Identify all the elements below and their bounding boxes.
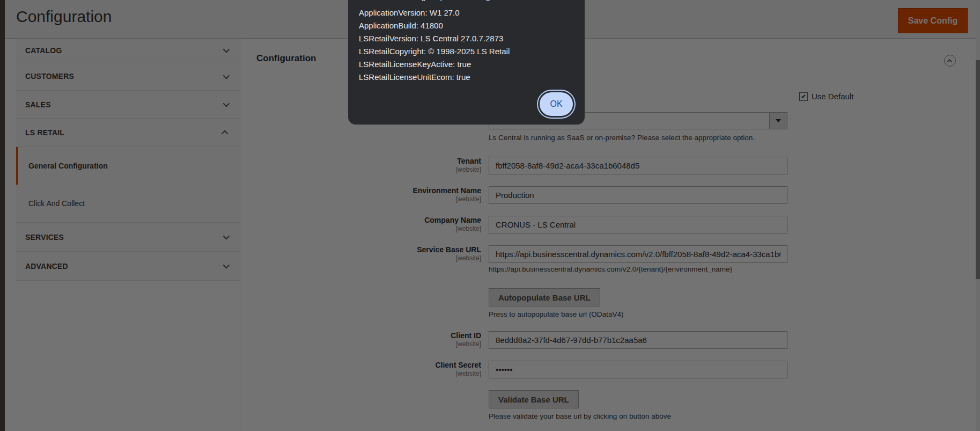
alert-message-line: LSRetailVersion: LS Central 27.0.7.2873 — [359, 33, 576, 44]
alert-message-line: LSRetailLicenseKeyActive: true — [359, 59, 576, 70]
alert-message-line: ApplicationVersion: W1 27.0 — [359, 8, 576, 18]
alert-message-line: LSRetailCopyright: © 1998-2025 LS Retail — [359, 46, 576, 57]
alert-clipped-line: Success! The PingResponseMessage — [359, 0, 576, 2]
ok-button[interactable]: OK — [540, 92, 573, 116]
alert-message-line: LSRetailLicenseUnitEcom: true — [359, 72, 576, 83]
configuration-page: Configuration Save Config CATALOG CUSTOM… — [0, 0, 980, 431]
alert-dialog: Success! The PingResponseMessage Applica… — [348, 0, 585, 125]
alert-message-line: ApplicationBuild: 41800 — [359, 20, 576, 31]
